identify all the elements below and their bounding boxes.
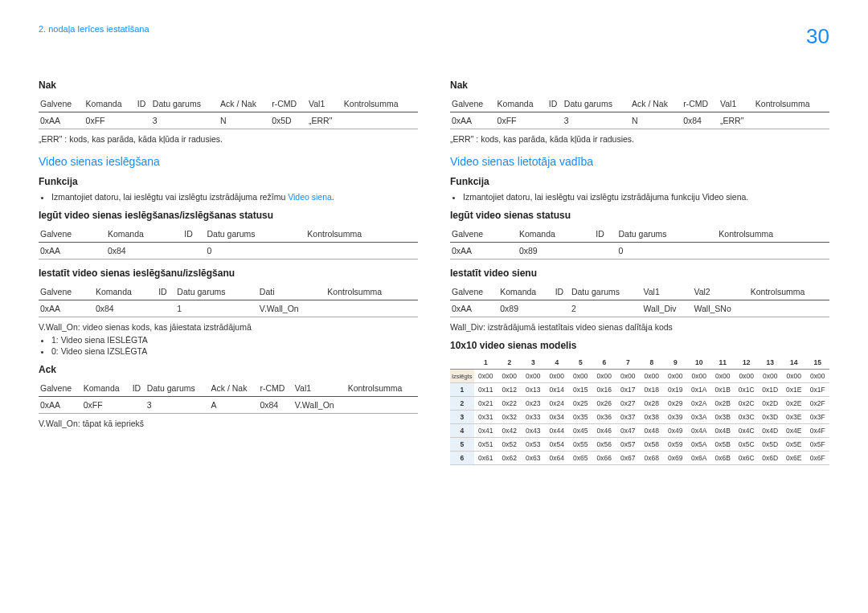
set-table-left: GalveneKomandaIDDatu garumsDatiKontrolsu… <box>39 284 418 317</box>
table-cell <box>749 300 829 317</box>
get-status-table-right: GalveneKomandaIDDatu garumsKontrolsumma … <box>450 226 829 260</box>
matrix-cell: 0x31 <box>474 411 498 424</box>
table-header: Galvene <box>39 284 94 300</box>
table-header: Val1 <box>719 96 754 112</box>
table-cell: 2 <box>570 300 642 317</box>
matrix-cell: 0x6C <box>735 452 759 465</box>
matrix-row-header: 6 <box>450 452 474 465</box>
matrix-cell: 0x24 <box>545 397 569 411</box>
table-cell: Wall_SNo <box>692 300 748 317</box>
table-cell: 3 <box>145 397 210 414</box>
matrix-cell: 0x00 <box>782 370 806 383</box>
table-cell: 0x84 <box>258 397 293 414</box>
matrix-cell: 0x2E <box>782 397 806 411</box>
matrix-cell: 0x1C <box>735 383 759 397</box>
matrix-col-header: 13 <box>759 356 783 370</box>
matrix-cell: 0x53 <box>522 438 546 452</box>
matrix-cell: 0x00 <box>711 370 735 383</box>
table-cell <box>136 112 151 129</box>
table-cell <box>754 112 829 129</box>
table-header: Kontrolsumma <box>346 380 418 397</box>
table-cell: 0xFF <box>82 397 131 414</box>
video-wall-link[interactable]: Video siena <box>288 192 332 202</box>
matrix-cell: 0x65 <box>569 452 593 465</box>
matrix-cell: 0x3F <box>806 411 830 424</box>
table-cell: 0x84 <box>94 300 157 317</box>
table-header: Val2 <box>692 284 748 300</box>
matrix-cell: 0x29 <box>664 397 688 411</box>
matrix-col-header: 12 <box>735 356 759 370</box>
matrix-cell: 0x62 <box>497 452 522 465</box>
table-header: r-CMD <box>682 96 719 112</box>
table-header: ID <box>136 96 151 112</box>
matrix-cell: 0x57 <box>616 438 641 452</box>
matrix-cell: 0x54 <box>545 438 569 452</box>
table-header: ID <box>594 226 616 243</box>
table-cell: N <box>630 112 682 129</box>
matrix-cell: 0x1F <box>806 383 830 397</box>
table-header: Kontrolsumma <box>749 284 829 300</box>
get-status-title-left: Iegūt video sienas ieslēgšanas/izslēgšan… <box>39 210 418 221</box>
table-cell: 0xAA <box>39 300 94 317</box>
table-cell: 0xAA <box>39 397 82 414</box>
matrix-cell: 0x3C <box>735 411 759 424</box>
matrix-cell: 0x6A <box>687 452 711 465</box>
right-column: Nak GalveneKomandaIDDatu garumsAck / Nak… <box>450 72 829 470</box>
matrix-cell: 0x00 <box>640 370 664 383</box>
table-header: Val1 <box>293 380 346 397</box>
matrix-cell: 0x16 <box>592 383 616 397</box>
matrix-cell: 0x4C <box>735 424 759 438</box>
matrix-cell: 0x39 <box>664 411 688 424</box>
table-header: Val1 <box>642 284 693 300</box>
matrix-cell: 0x69 <box>664 452 688 465</box>
matrix-col-header: 3 <box>522 356 546 370</box>
matrix-cell: 0x51 <box>474 438 498 452</box>
matrix-row-header: 1 <box>450 383 474 397</box>
table-cell: 0 <box>617 243 718 260</box>
page-number: 30 <box>806 24 829 49</box>
matrix-cell: 0x21 <box>474 397 498 411</box>
matrix-cell: 0x4B <box>711 424 735 438</box>
matrix-row: 10x110x120x130x140x150x160x170x180x190x1… <box>450 383 829 397</box>
table-cell: 0 <box>206 243 306 260</box>
matrix-row: 60x610x620x630x640x650x660x670x680x690x6… <box>450 452 829 465</box>
matrix-cell: 0x2F <box>806 397 830 411</box>
matrix-cell: 0x32 <box>497 411 522 424</box>
get-status-title-right: Iegūt video sienas statusu <box>450 210 829 221</box>
matrix-cell: 0x34 <box>545 411 569 424</box>
table-header: Komanda <box>498 284 553 300</box>
matrix-cell: 0x6F <box>806 452 830 465</box>
matrix-cell: 0x6E <box>782 452 806 465</box>
matrix-cell: 0x55 <box>569 438 593 452</box>
table-header: Kontrolsumma <box>754 96 829 112</box>
table-header: Ack / Nak <box>209 380 258 397</box>
table-header: Komanda <box>84 96 136 112</box>
table-cell: 3 <box>151 112 219 129</box>
chapter-link[interactable]: 2. nodaļa Ierīces iestatīšana <box>39 24 149 34</box>
table-header: Galvene <box>450 226 518 243</box>
matrix-cell: 0x19 <box>664 383 688 397</box>
set-note-right: Wall_Div: izstrādājumā iestatītais video… <box>450 322 829 332</box>
matrix-cell: 0x25 <box>569 397 593 411</box>
matrix-col-header: 9 <box>664 356 688 370</box>
matrix-col-header: 10 <box>687 356 711 370</box>
table-cell: 0xAA <box>450 300 498 317</box>
matrix-col-header: 7 <box>616 356 641 370</box>
matrix-cell: 0x42 <box>497 424 522 438</box>
table-header: Galvene <box>39 96 84 112</box>
matrix-cell: 0x5A <box>687 438 711 452</box>
matrix-cell: 0x35 <box>569 411 593 424</box>
table-cell: 0xAA <box>39 243 106 260</box>
matrix-cell: 0x1A <box>687 383 711 397</box>
video-wall-enable-heading: Video sienas ieslēgšana <box>39 155 418 168</box>
table-cell <box>547 112 563 129</box>
matrix-cell: 0x48 <box>640 424 664 438</box>
matrix-cell: 0x00 <box>545 370 569 383</box>
matrix-cell: 0x5D <box>759 438 783 452</box>
matrix-cell: 0x00 <box>806 370 830 383</box>
table-header: ID <box>547 96 563 112</box>
ack-table-left: GalveneKomandaIDDatu garumsAck / Nakr-CM… <box>39 380 418 414</box>
table-header: Kontrolsumma <box>326 284 418 300</box>
table-cell: 1 <box>175 300 257 317</box>
nak-title-right: Nak <box>450 80 829 91</box>
